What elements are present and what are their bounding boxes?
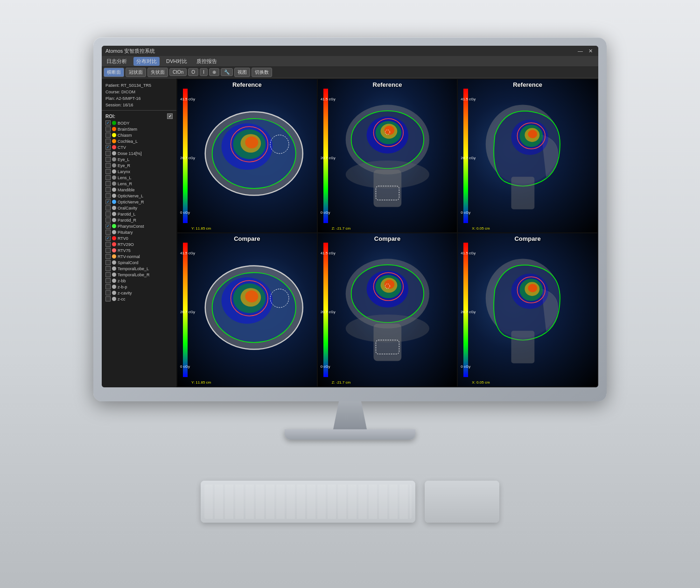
- viewport-axial-cmp[interactable]: Compare 41.5 cGy 20.7 cGy 0 cGy: [177, 233, 317, 386]
- roi-item[interactable]: Larynx: [102, 168, 176, 175]
- roi-item[interactable]: RTV29O: [102, 241, 176, 247]
- roi-checkbox[interactable]: ✓: [105, 224, 111, 229]
- roi-checkbox[interactable]: [105, 217, 111, 223]
- roi-item-label: OralCavity: [118, 206, 137, 210]
- roi-item[interactable]: Lens_R: [102, 181, 176, 187]
- roi-checkbox[interactable]: [105, 175, 111, 180]
- roi-checkbox[interactable]: [105, 242, 111, 247]
- viewport-axial-ref[interactable]: Reference 41.5 cGy 20.7 cGy 0 cGy: [177, 79, 317, 232]
- roi-checkbox[interactable]: ✓: [105, 199, 111, 204]
- roi-color-dot: [112, 297, 116, 301]
- roi-item[interactable]: BrainStem: [102, 126, 176, 132]
- roi-item[interactable]: ✓OpticNerve_R: [102, 199, 176, 205]
- tool-sagittal[interactable]: 失状面: [147, 68, 168, 77]
- roi-item[interactable]: RTV75: [102, 247, 176, 253]
- roi-item[interactable]: Mandible: [102, 187, 176, 193]
- roi-item[interactable]: Parotid_L: [102, 211, 176, 217]
- tool-crosshair[interactable]: ⊕: [209, 68, 219, 76]
- keyboard[interactable]: [201, 481, 415, 523]
- roi-item[interactable]: Cochlea_L: [102, 138, 176, 144]
- roi-checkbox[interactable]: [105, 126, 111, 132]
- viewport-coronal-ref[interactable]: Reference 41.5 cGy 20.7 cGy 0 cGy: [318, 79, 457, 232]
- roi-item-label: z-cavity: [118, 291, 132, 295]
- tool-settings[interactable]: 🔧: [221, 68, 233, 76]
- roi-item[interactable]: z-b-p: [102, 284, 176, 290]
- roi-item[interactable]: Eye_L: [102, 156, 176, 162]
- roi-checkbox[interactable]: [105, 272, 111, 277]
- roi-item[interactable]: TemporalLobe_R: [102, 272, 176, 278]
- viewport-coronal-cmp[interactable]: Compare 41.5 cGy 20.7 cGy 0 cGy: [318, 233, 457, 386]
- roi-item[interactable]: Parotid_R: [102, 217, 176, 223]
- roi-color-dot: [112, 206, 116, 210]
- close-button[interactable]: ✕: [587, 48, 595, 54]
- roi-color-dot: [112, 200, 116, 204]
- roi-item[interactable]: RTV-normal: [102, 253, 176, 259]
- roi-item[interactable]: Chiasm: [102, 132, 176, 138]
- roi-checkbox[interactable]: [105, 284, 111, 289]
- menu-log[interactable]: 日志分析: [104, 57, 130, 66]
- tool-o[interactable]: O: [188, 68, 198, 76]
- roi-checkbox[interactable]: [105, 169, 111, 174]
- trackpad[interactable]: [425, 481, 499, 523]
- roi-color-dot: [112, 175, 116, 180]
- roi-check-all[interactable]: ✓: [167, 113, 173, 119]
- roi-item[interactable]: TemporalLobe_L: [102, 266, 176, 272]
- minimize-button[interactable]: —: [576, 48, 585, 54]
- roi-checkbox[interactable]: [105, 205, 111, 210]
- roi-checkbox[interactable]: [105, 157, 111, 162]
- roi-checkbox[interactable]: [105, 248, 111, 253]
- roi-checkbox[interactable]: [105, 181, 111, 186]
- tool-coronal[interactable]: 冠状面: [126, 68, 146, 77]
- menu-report[interactable]: 质控报告: [194, 57, 220, 66]
- roi-checkbox[interactable]: [105, 211, 111, 217]
- roi-item-label: z-bb: [118, 279, 126, 283]
- roi-checkbox[interactable]: [105, 163, 111, 168]
- tool-i[interactable]: I: [200, 68, 208, 76]
- roi-checkbox[interactable]: ✓: [105, 236, 111, 241]
- coord-sagittal-cmp: X: 0.05 cm: [472, 380, 490, 385]
- roi-item-label: RTV-normal: [118, 254, 140, 259]
- roi-checkbox[interactable]: ✓: [105, 145, 111, 150]
- roi-item[interactable]: Pituitary: [102, 229, 176, 235]
- viewport-sagittal-cmp[interactable]: Compare 41.5 cGy 20.7 cGy 0 cGy: [458, 233, 597, 386]
- tool-axial[interactable]: 横断面: [104, 68, 124, 77]
- roi-checkbox[interactable]: [105, 193, 111, 198]
- roi-checkbox[interactable]: [105, 151, 111, 156]
- menu-dvh[interactable]: DVH对比: [163, 57, 190, 66]
- tool-view[interactable]: 视图: [234, 68, 250, 77]
- roi-color-dot: [112, 266, 116, 271]
- roi-item[interactable]: z-bb: [102, 278, 176, 284]
- roi-checkbox[interactable]: [105, 230, 111, 235]
- roi-checkbox[interactable]: [105, 254, 111, 259]
- roi-checkbox[interactable]: [105, 296, 111, 301]
- roi-item[interactable]: z-cc: [102, 296, 176, 302]
- roi-item[interactable]: ✓BODY: [102, 120, 176, 126]
- roi-item[interactable]: Eye_R: [102, 162, 176, 168]
- title-bar: Atomos 安智质控系统 — ✕: [102, 46, 598, 56]
- roi-item[interactable]: ✓PharynxConst: [102, 223, 176, 229]
- roi-item[interactable]: ✓RTV0: [102, 235, 176, 241]
- viewport-sagittal-ref[interactable]: Reference 41.5 cGy 20.7 cGy 0 cGy: [458, 79, 597, 232]
- roi-item[interactable]: ✓CTV: [102, 144, 176, 150]
- roi-checkbox[interactable]: [105, 260, 111, 265]
- roi-item[interactable]: OpticNerve_L: [102, 193, 176, 199]
- roi-item[interactable]: OralCavity: [102, 205, 176, 211]
- roi-item[interactable]: Lens_L: [102, 175, 176, 181]
- dose-mid-sagittal-ref: 20.7 cGy: [461, 156, 476, 160]
- viewport-grid: Reference 41.5 cGy 20.7 cGy 0 cGy: [176, 78, 598, 387]
- menu-dist[interactable]: 分布对比: [133, 57, 160, 66]
- roi-checkbox[interactable]: [105, 278, 111, 283]
- tool-cton[interactable]: CtOn: [169, 68, 187, 76]
- roi-checkbox[interactable]: [105, 133, 111, 138]
- roi-item-label: Eye_R: [118, 163, 130, 168]
- roi-checkbox[interactable]: ✓: [105, 120, 111, 126]
- roi-item-label: Lens_R: [118, 182, 132, 186]
- roi-item[interactable]: z-cavity: [102, 290, 176, 296]
- roi-item[interactable]: SpinalCord: [102, 259, 176, 266]
- roi-checkbox[interactable]: [105, 266, 111, 271]
- tool-switch[interactable]: 切换数: [252, 68, 272, 77]
- roi-checkbox[interactable]: [105, 187, 111, 192]
- roi-checkbox[interactable]: [105, 139, 111, 144]
- roi-item[interactable]: Dose 114[%]: [102, 150, 176, 156]
- roi-checkbox[interactable]: [105, 290, 111, 295]
